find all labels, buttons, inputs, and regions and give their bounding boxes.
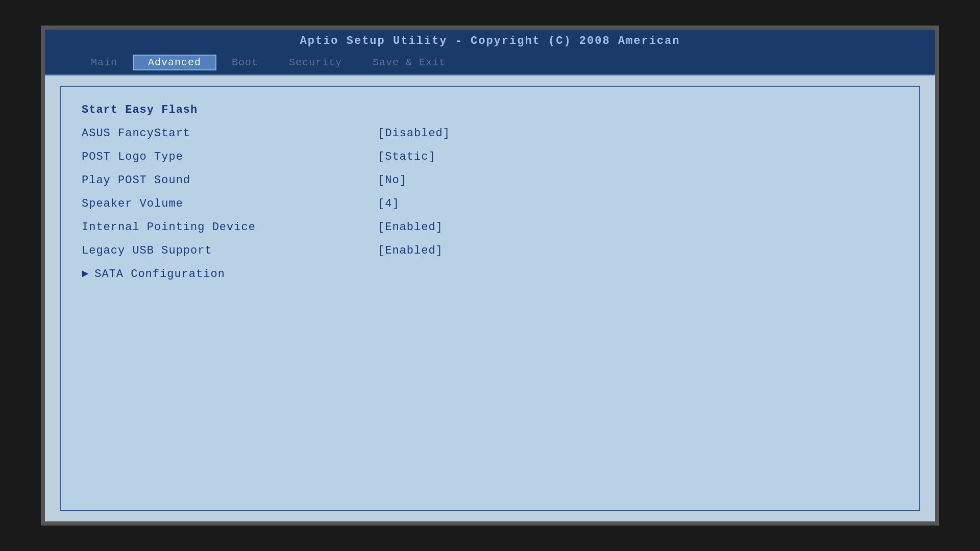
list-item[interactable]: ► SATA Configuration <box>82 263 898 285</box>
list-item[interactable]: Play POST Sound [No] <box>82 169 898 191</box>
list-item[interactable]: Speaker Volume [4] <box>82 193 898 214</box>
list-item[interactable]: Internal Pointing Device [Enabled] <box>82 216 898 238</box>
bios-screen: Aptio Setup Utility - Copyright (C) 2008… <box>41 26 939 525</box>
menu-item-main[interactable]: Main <box>76 55 133 70</box>
menu-bar: Main Advanced Boot Security Save & Exit <box>45 52 935 76</box>
menu-item-save-exit[interactable]: Save & Exit <box>357 55 461 70</box>
submenu-arrow-icon: ► <box>82 268 88 281</box>
item-label-legacy-usb-support: Legacy USB Support <box>82 244 378 257</box>
menu-item-boot[interactable]: Boot <box>216 55 274 70</box>
item-value-post-logo-type: [Static] <box>378 151 436 163</box>
list-item[interactable]: ASUS FancyStart [Disabled] <box>82 122 898 144</box>
title-text: Aptio Setup Utility - Copyright (C) 2008… <box>300 35 680 47</box>
panel-inner: Start Easy Flash ASUS FancyStart [Disabl… <box>61 87 919 299</box>
item-value-legacy-usb-support: [Enabled] <box>378 244 443 257</box>
item-label-post-logo-type: POST Logo Type <box>82 151 378 163</box>
bios-content: Aptio Setup Utility - Copyright (C) 2008… <box>45 30 935 521</box>
item-label-internal-pointing-device: Internal Pointing Device <box>82 221 378 234</box>
item-label-asus-fancystart: ASUS FancyStart <box>82 127 378 140</box>
menu-item-advanced[interactable]: Advanced <box>133 55 216 70</box>
item-label-play-post-sound: Play POST Sound <box>82 174 378 187</box>
item-label-speaker-volume: Speaker Volume <box>82 197 378 210</box>
list-item[interactable]: Start Easy Flash <box>82 99 898 120</box>
menu-item-security[interactable]: Security <box>274 55 357 70</box>
item-value-speaker-volume: [4] <box>378 197 400 210</box>
item-value-play-post-sound: [No] <box>378 174 407 187</box>
main-content-area: Start Easy Flash ASUS FancyStart [Disabl… <box>45 76 935 521</box>
item-label-sata-configuration: SATA Configuration <box>94 268 390 281</box>
item-label-start-easy-flash: Start Easy Flash <box>82 104 378 116</box>
sata-row: ► SATA Configuration <box>82 268 229 281</box>
title-bar: Aptio Setup Utility - Copyright (C) 2008… <box>45 30 935 52</box>
options-panel: Start Easy Flash ASUS FancyStart [Disabl… <box>60 86 920 511</box>
list-item[interactable]: Legacy USB Support [Enabled] <box>82 240 898 261</box>
list-item[interactable]: POST Logo Type [Static] <box>82 146 898 167</box>
item-value-asus-fancystart: [Disabled] <box>378 127 450 140</box>
item-value-internal-pointing-device: [Enabled] <box>378 221 443 234</box>
